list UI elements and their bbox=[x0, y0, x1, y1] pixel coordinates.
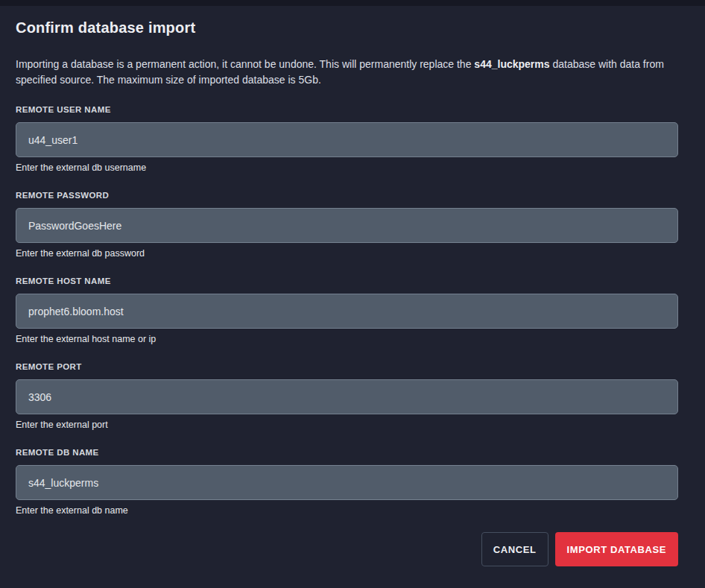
confirm-database-import-dialog: Confirm database import Importing a data… bbox=[16, 19, 678, 566]
modal-top-edge bbox=[0, 0, 705, 6]
dialog-title: Confirm database import bbox=[16, 19, 678, 37]
dialog-description: Importing a database is a permanent acti… bbox=[16, 57, 678, 88]
remote-port-helper: Enter the external port bbox=[16, 420, 678, 431]
remote-db-name-input[interactable] bbox=[16, 465, 678, 500]
field-group-remote-password: REMOTE PASSWORD Enter the external db pa… bbox=[16, 191, 678, 259]
remote-host-name-label: REMOTE HOST NAME bbox=[16, 276, 678, 285]
import-database-button[interactable]: IMPORT DATABASE bbox=[555, 532, 678, 566]
remote-port-input[interactable] bbox=[16, 379, 678, 414]
remote-host-name-input[interactable] bbox=[16, 294, 678, 329]
field-group-remote-user-name: REMOTE USER NAME Enter the external db u… bbox=[16, 105, 678, 174]
remote-user-name-input[interactable] bbox=[16, 122, 678, 157]
remote-port-label: REMOTE PORT bbox=[16, 362, 678, 371]
field-group-remote-db-name: REMOTE DB NAME Enter the external db nam… bbox=[16, 448, 678, 516]
remote-password-helper: Enter the external db password bbox=[16, 248, 678, 259]
remote-db-name-label: REMOTE DB NAME bbox=[16, 448, 678, 457]
remote-db-name-helper: Enter the external db name bbox=[16, 505, 678, 516]
remote-host-name-helper: Enter the external host name or ip bbox=[16, 334, 678, 345]
remote-password-label: REMOTE PASSWORD bbox=[16, 191, 678, 200]
field-group-remote-port: REMOTE PORT Enter the external port bbox=[16, 362, 678, 431]
database-name-highlight: s44_luckperms bbox=[474, 58, 549, 70]
dialog-actions: CANCEL IMPORT DATABASE bbox=[16, 532, 678, 566]
remote-password-input[interactable] bbox=[16, 208, 678, 243]
description-text-before: Importing a database is a permanent acti… bbox=[16, 58, 474, 70]
cancel-button[interactable]: CANCEL bbox=[481, 532, 548, 566]
remote-user-name-helper: Enter the external db username bbox=[16, 162, 678, 174]
field-group-remote-host-name: REMOTE HOST NAME Enter the external host… bbox=[16, 276, 678, 345]
remote-user-name-label: REMOTE USER NAME bbox=[16, 105, 678, 114]
